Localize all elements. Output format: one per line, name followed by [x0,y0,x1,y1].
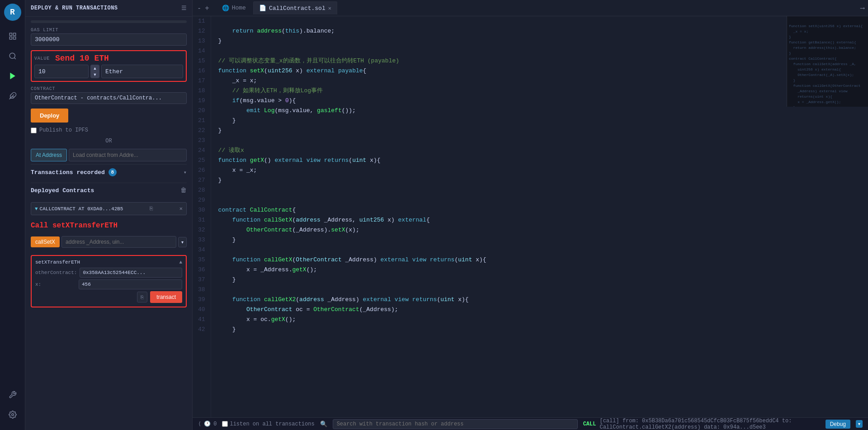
svg-point-9 [11,414,14,416]
bottom-count: 0 [213,421,217,427]
svg-point-4 [9,53,15,58]
close-contract-icon[interactable]: ✕ [179,205,183,212]
copy-address-icon[interactable]: ⎘ [150,206,153,212]
at-address-row: At Address [31,149,187,161]
other-contract-label: otherContract: [35,270,77,275]
value-section: VALUE Send 10 ETH ▲ ▼ Ether Wei Gwei [31,50,187,82]
publish-ipfs-row: Publish to IPFS [31,127,187,133]
deployed-contracts-row: Deployed Contracts 🗑 [31,183,187,198]
tab-bar: - + 🌐 Home 📄 CallContract.sol ✕ ⟶ [193,0,868,16]
value-input-row: ▲ ▼ Ether Wei Gwei [34,65,183,78]
transact-button[interactable]: transact [150,291,182,303]
call-tag: CALL [583,421,596,427]
icon-bar: R [0,0,25,430]
deployed-contract-header: ▼ CALLCONTRACT AT 0XDA0...42B5 ⎘ ✕ [35,205,183,212]
other-contract-row: otherContract: [35,268,182,278]
transfer-btn-row: ⎘ transact [35,291,182,303]
svg-marker-6 [10,73,15,79]
load-contract-input[interactable] [69,149,187,161]
panel-title: DEPLOY & RUN TRANSACTIONS [31,5,118,11]
at-address-button[interactable]: At Address [31,149,67,161]
tab-callcontract[interactable]: 📄 CallContract.sol ✕ [253,1,337,14]
gas-limit-input[interactable] [31,33,187,46]
icon-bar-bottom [5,387,21,426]
transactions-chevron[interactable]: ▾ [184,169,187,176]
x-input[interactable] [79,279,182,289]
transfer-eth-title: setXTransferETH ▲ [35,260,182,265]
right-panel: - + 🌐 Home 📄 CallContract.sol ✕ ⟶ 11 12 … [193,0,868,430]
contract-label: CONTRACT [31,86,187,91]
call-log-row: CALL [call] from: 0x5B38Da6a701c568545dC… [583,418,820,430]
x-row: x: [35,279,182,289]
x-label: x: [35,282,76,287]
deployed-contract-instance: ▼ CALLCONTRACT AT 0XDA0...42B5 ⎘ ✕ [31,202,187,215]
nav-icon-run[interactable] [5,68,21,84]
value-spinner[interactable]: ▲ ▼ [90,65,99,78]
transfer-eth-collapse[interactable]: ▲ [179,260,182,265]
debug-button[interactable]: Debug [826,420,850,429]
close-tab-icon[interactable]: ✕ [328,5,331,12]
code-area[interactable]: 11 12 13 14 15 16 17 18 19 20 21 22 23 2… [193,16,868,417]
transactions-recorded-left: Transactions recorded 8 [31,168,117,176]
svg-rect-1 [13,33,15,35]
bottom-clock-icon: 🕐 [204,421,211,427]
left-panel: DEPLOY & RUN TRANSACTIONS ☰ GAS LIMIT VA… [25,0,193,430]
contract-section: CONTRACT OtherContract - contracts/CallC… [31,86,187,104]
or-separator: OR [31,138,187,144]
listen-checkbox-row: listen on all transactions [222,421,314,427]
spinner-up[interactable]: ▲ [91,65,99,71]
nav-icon-plugin[interactable] [5,88,21,104]
call-address-input[interactable] [61,236,176,248]
nav-icon-files[interactable] [5,28,21,44]
spinner-down[interactable]: ▼ [91,71,99,78]
tab-expand-icon[interactable]: ⟶ [861,4,864,12]
callcontract-tab-label: CallContract.sol [269,5,326,12]
environment-bar [31,20,187,23]
panel-content: GAS LIMIT VALUE Send 10 ETH ▲ ▼ Ether We… [25,17,192,314]
deploy-button[interactable]: Deploy [31,109,68,123]
zoom-in-button[interactable]: + [203,3,211,13]
deployed-contract-arrow[interactable]: ▼ [35,206,38,212]
svg-line-5 [14,57,15,59]
transactions-recorded-label: Transactions recorded [31,169,105,176]
search-input[interactable] [333,419,578,429]
call-setx-label: Call setXTransferETH [31,222,187,230]
transactions-badge: 8 [108,168,117,176]
copy-transfer-button[interactable]: ⎘ [137,292,147,302]
listen-label: listen on all transactions [230,421,314,427]
value-send-label: Send 10 ETH [55,54,109,63]
zoom-out-button[interactable]: - [196,3,202,13]
bottom-bar: ⟨ 🕐 0 listen on all transactions 🔍 CALL … [193,417,868,430]
deployed-contract-addr: CALLCONTRACT AT 0XDA0...42B5 [40,206,123,212]
svg-rect-2 [9,37,12,39]
nav-icon-search[interactable] [5,48,21,64]
gas-limit-label: GAS LIMIT [31,28,187,33]
publish-ipfs-checkbox[interactable] [31,128,37,133]
search-icon: 🔍 [320,421,327,428]
transactions-recorded-row: Transactions recorded 8 ▾ [31,164,187,180]
panel-menu-icon[interactable]: ☰ [181,5,187,12]
tab-home[interactable]: 🌐 Home [217,2,251,14]
contract-select[interactable]: OtherContract - contracts/CallContra... [31,92,187,104]
app-logo: R [4,4,21,21]
deployed-contracts-label: Deployed Contracts [31,187,94,194]
svg-rect-0 [9,33,12,35]
panel-header: DEPLOY & RUN TRANSACTIONS ☰ [25,0,192,17]
transfer-eth-box: setXTransferETH ▲ otherContract: x: ⎘ tr… [31,255,187,307]
code-content: return address(this).balance; } // 可以调整状… [211,16,868,417]
debug-expand-button[interactable]: ▾ [856,420,863,428]
nav-icon-settings[interactable] [5,406,21,423]
value-unit-select[interactable]: Ether Wei Gwei [101,65,183,78]
listen-checkbox[interactable] [222,421,228,427]
nav-icon-wrench[interactable] [5,387,21,403]
home-tab-icon: 🌐 [222,5,229,12]
other-contract-input[interactable] [80,268,182,278]
mini-code-panel: function setX(uint256 x) external{ _x = … [787,16,868,107]
call-expand-button[interactable]: ▾ [178,237,187,247]
callsetx-button[interactable]: callSetX [31,236,60,247]
value-label: VALUE [34,56,50,61]
trash-icon[interactable]: 🗑 [180,187,187,194]
line-numbers: 11 12 13 14 15 16 17 18 19 20 21 22 23 2… [193,16,211,417]
bottom-expand-icon[interactable]: ⟨ [198,421,201,427]
value-number-input[interactable] [34,65,89,78]
